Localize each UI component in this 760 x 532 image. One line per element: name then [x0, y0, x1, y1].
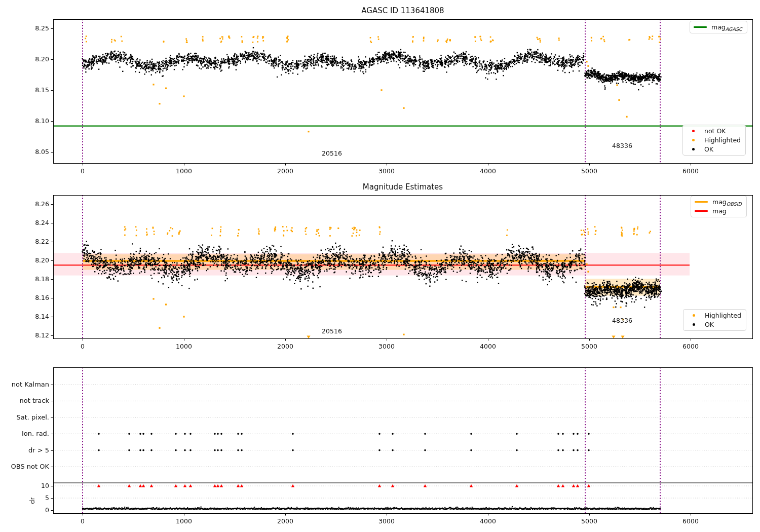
y-tick-label: 8.18 [22, 275, 49, 283]
y-tick-label: 8.10 [22, 117, 49, 125]
mid-status-legend: HighlightedOK [683, 309, 746, 331]
legend-dot-marker [687, 323, 700, 326]
dr-tick-label: 0 [22, 506, 49, 514]
legend-dot-marker [687, 130, 700, 132]
dr-axis-label: dr [28, 497, 36, 504]
mag-lines-legend: magOBSIDmag [691, 196, 747, 217]
category-label: not track [0, 397, 49, 404]
category-label: not Kalman [0, 381, 49, 388]
top-status-legend-item: Highlighted [687, 136, 741, 144]
x-tick-label: 6000 [673, 343, 708, 350]
x-tick-label: 5000 [572, 343, 607, 350]
obsid-annotation: 48336 [612, 317, 632, 324]
y-tick-label: 8.20 [22, 55, 49, 63]
legend-dot-marker [687, 314, 700, 317]
category-label: OBS not OK [0, 463, 49, 470]
middle-plot-title: Magnitude Estimates [53, 182, 752, 192]
legend-line-sample [695, 210, 708, 212]
x-tick-label: 4000 [470, 517, 506, 525]
x-tick-label: 2000 [268, 343, 303, 350]
top-status-legend-item: OK [687, 145, 741, 153]
x-tick-label: 5000 [572, 517, 607, 525]
legend-item-label: Highlighted [705, 312, 741, 319]
legend-item-label: OK [705, 321, 714, 328]
y-tick-label: 8.24 [22, 219, 49, 226]
legend-line-sample [695, 201, 708, 203]
legend-item-label: Highlighted [704, 136, 741, 144]
x-tick-label: 1000 [166, 343, 202, 350]
mag-lines-legend-item: mag [695, 207, 742, 215]
y-tick-label: 8.20 [22, 256, 49, 264]
x-tick-label: 3000 [369, 517, 404, 525]
mid-status-legend-item: OK [687, 321, 741, 328]
top-status-legend: not OKHighlightedOK [682, 125, 746, 156]
figure: AGASC ID 113641808 Magnitude Estimates 0… [0, 0, 760, 532]
x-tick-label: 6000 [673, 167, 708, 175]
dr-tick-label: 10 [22, 482, 49, 489]
x-tick-label: 5000 [572, 167, 607, 175]
mag-agasc-legend-item: magAGASC [694, 23, 742, 31]
x-tick-label: 3000 [369, 167, 404, 175]
x-tick-label: 1000 [166, 517, 202, 525]
x-tick-label: 0 [65, 167, 100, 175]
top-status-legend-item: not OK [687, 127, 741, 135]
category-label: Ion. rad. [0, 430, 49, 437]
legend-item-label: magOBSID [712, 198, 742, 206]
legend-item-label: mag [712, 207, 727, 215]
mag-agasc-legend: magAGASC [690, 21, 747, 33]
y-tick-label: 8.12 [22, 331, 49, 339]
legend-dot-marker [687, 148, 700, 150]
x-tick-label: 1000 [166, 167, 202, 175]
y-tick-label: 8.16 [22, 294, 49, 301]
legend-item-label: OK [704, 145, 713, 153]
top-plot-title: AGASC ID 113641808 [53, 6, 752, 15]
x-tick-label: 2000 [268, 167, 303, 175]
y-tick-label: 8.26 [22, 200, 49, 208]
obsid-annotation: 20516 [322, 149, 342, 157]
legend-dot-marker [687, 139, 700, 141]
mid-status-legend-item: Highlighted [687, 312, 741, 319]
y-tick-label: 8.22 [22, 238, 49, 245]
category-label: dr > 5 [0, 446, 49, 454]
obsid-annotation: 48336 [612, 141, 632, 149]
x-tick-label: 4000 [470, 167, 506, 175]
y-tick-label: 8.25 [22, 24, 49, 32]
category-label: Sat. pixel. [0, 413, 49, 421]
y-tick-label: 8.15 [22, 86, 49, 94]
x-tick-label: 2000 [268, 517, 303, 525]
x-tick-label: 4000 [470, 343, 506, 350]
legend-line-sample [694, 26, 707, 28]
obsid-annotation: 20516 [322, 327, 342, 334]
x-tick-label: 3000 [369, 343, 404, 350]
y-tick-label: 8.05 [22, 148, 49, 156]
y-tick-label: 8.14 [22, 313, 49, 320]
legend-item-label: magAGASC [711, 23, 742, 31]
x-tick-label: 0 [65, 343, 100, 350]
x-tick-label: 6000 [673, 517, 708, 525]
x-tick-label: 0 [65, 517, 100, 525]
mag-lines-legend-item: magOBSID [695, 198, 742, 206]
legend-item-label: not OK [704, 127, 726, 135]
plots-canvas [0, 0, 760, 532]
